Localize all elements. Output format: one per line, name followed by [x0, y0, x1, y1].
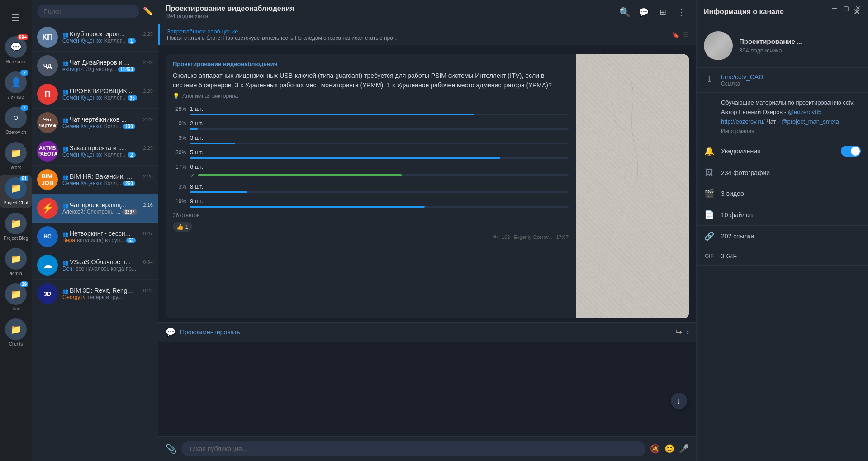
- poll-question: Сколько аппаратных лицензионных USB-ключ…: [173, 71, 569, 90]
- avatar: КП: [37, 27, 58, 48]
- unread-badge: 260: [123, 181, 135, 186]
- sidebar-item-work[interactable]: 📁 Work: [0, 139, 32, 173]
- notifications-toggle[interactable]: [841, 146, 861, 157]
- message-input[interactable]: [181, 441, 645, 456]
- layout-icon[interactable]: ⊞: [655, 5, 670, 19]
- media-row-photos[interactable]: 🖼 234 фотографии: [697, 162, 868, 183]
- media-row-files[interactable]: 📄 10 файлов: [697, 204, 868, 226]
- chat-sender: Семён Куценко:: [62, 38, 103, 44]
- chat-time: 0:22: [143, 288, 153, 293]
- pinned-message[interactable]: Закреплённое сообщение Новая статья в бл…: [158, 24, 696, 45]
- chat-item-zakaz[interactable]: АКТИВРАБОТА 👥Заказ проекта и с... 2:29 С…: [32, 137, 158, 166]
- chat-sender: Вера: [62, 237, 75, 243]
- sidebar-personal-label: Личные: [8, 95, 24, 100]
- chat-item-chproj[interactable]: ⚡ 👥Чат проектировщ... 2:16 Алексей: Спек…: [32, 194, 158, 223]
- chat-item-chert[interactable]: Чатчертёж 👥Чат чертёжников ... 2:29 Семё…: [32, 109, 158, 137]
- link-eozerov-ru[interactable]: http://eozerov.ru/: [721, 118, 765, 125]
- sidebar-item-project-chat[interactable]: 📁 61 Project Chat: [0, 175, 32, 208]
- chat-time: 0:47: [143, 231, 153, 236]
- chat-messages: Проектирование видеонаблюдения Сколько а…: [158, 45, 696, 436]
- chat-item-bim3d[interactable]: 3D 👥BIM 3D: Revit, Reng... 0:22 Georgy.I…: [32, 280, 158, 308]
- pinned-text: Новая статья в блоге! Про светочувствите…: [167, 35, 667, 41]
- sidebar-menu-button[interactable]: ☰: [0, 5, 32, 32]
- sidebar-item-personal[interactable]: 👤 2 Личные: [0, 69, 32, 102]
- emoji-icon[interactable]: 😊: [664, 444, 674, 454]
- chat-item-vsaas[interactable]: ☁ 👥VSaaS Облачное в... 0:34 Den: все нач…: [32, 251, 158, 280]
- scroll-down-button[interactable]: ↓: [671, 393, 687, 409]
- pin-bookmark-icon[interactable]: 🔖: [672, 31, 679, 38]
- avatar: ☁: [37, 255, 58, 276]
- links-icon: 🔗: [704, 231, 715, 241]
- chat-sender: Georgy.Iv: [62, 294, 85, 300]
- minimize-icon[interactable]: ─: [832, 5, 837, 12]
- media-row-gif[interactable]: GIF 3 GIF: [697, 247, 868, 266]
- sidebar-project-blog-label: Project Blog: [4, 236, 28, 241]
- media-row-links[interactable]: 🔗 202 ссылки: [697, 226, 868, 247]
- sidebar-clients-label: Clients: [9, 342, 23, 347]
- media-row-videos[interactable]: 🎬 3 видео: [697, 183, 868, 204]
- message-time: 17:57: [556, 234, 569, 240]
- search-chat-icon[interactable]: 🔍: [617, 5, 632, 19]
- poll-image-svg: [576, 54, 689, 318]
- chat-sender: Семён Куценко:: [62, 123, 103, 129]
- sidebar-item-ozerov[interactable]: O 2 Ozerov ch: [0, 104, 32, 138]
- sidebar-item-all-chats[interactable]: 💬 99+ Все чаты: [0, 33, 32, 67]
- chat-preview: Здравству...: [86, 66, 116, 72]
- poll-channel-name: Проектирование видеонаблюдения: [173, 61, 569, 67]
- more-options-icon[interactable]: ⋮: [674, 5, 689, 19]
- sidebar-item-clients[interactable]: 📁 Clients: [0, 316, 32, 349]
- pin-list-icon[interactable]: ☰: [683, 31, 689, 38]
- comment-arrow-icon[interactable]: ›: [687, 328, 689, 336]
- poll-option: 0% 2 шт.: [173, 120, 569, 130]
- close-window-icon[interactable]: ✕: [855, 5, 861, 12]
- unread-badge: 3297: [122, 209, 137, 215]
- reaction-button[interactable]: 👍 1: [173, 222, 192, 232]
- chat-preview: Спектроны ...: [87, 209, 121, 215]
- poll-answer-count: 36 ответов: [173, 212, 569, 219]
- comment-label[interactable]: Прокомментировать: [180, 328, 671, 336]
- chat-item-network[interactable]: НС 👥Нетворкинг - сесси... 0:47 Вера всту…: [32, 223, 158, 251]
- sidebar-item-admin[interactable]: 📁 admin: [0, 245, 32, 279]
- mention-project-man[interactable]: @project_man_smeta: [781, 118, 839, 125]
- comments-icon[interactable]: 💬: [636, 5, 651, 19]
- videos-label: 3 видео: [721, 190, 861, 197]
- chat-sender: extrvgnz:: [62, 66, 85, 72]
- chat-sender: Семён Куценко:: [62, 95, 103, 101]
- maximize-icon[interactable]: ▢: [843, 5, 849, 12]
- chat-time: 2:29: [143, 117, 153, 122]
- avatar: ЧД: [37, 55, 58, 76]
- mention-eozerov[interactable]: @eozerov85: [788, 109, 821, 115]
- chat-time: 2:28: [143, 174, 153, 179]
- chat-item-design[interactable]: ЧД 👥Чат Дизайнеров и ... 2:49 extrvgnz: …: [32, 52, 158, 80]
- chat-name: 👥Клуб проектиров...: [62, 30, 125, 38]
- channel-link[interactable]: t.me/cctv_CAD: [721, 73, 861, 81]
- sidebar-admin-label: admin: [9, 271, 22, 276]
- sidebar-item-text[interactable]: 📁 29 Text: [0, 280, 32, 314]
- compose-icon[interactable]: ✏️: [143, 6, 153, 16]
- attach-icon[interactable]: 📎: [166, 443, 177, 454]
- chat-item-proekt[interactable]: П 👥ПРОЕКТИРОВЩИК... 2:29 Семён Куценко: …: [32, 80, 158, 109]
- chat-item-klub[interactable]: КП 👥Клуб проектиров... 2:29 Семён Куценк…: [32, 23, 158, 52]
- chat-name: 👥Чат проектировщ...: [62, 201, 126, 209]
- unread-badge: 2: [128, 152, 136, 158]
- poll-option: 30% 5 шт.: [173, 149, 569, 159]
- sidebar-item-project-blog[interactable]: 📁 Project Blog: [0, 210, 32, 243]
- share-button[interactable]: ↪: [675, 327, 682, 337]
- voice-icon[interactable]: 🎤: [679, 444, 689, 454]
- unread-badge: 11463: [118, 67, 135, 72]
- photos-icon: 🖼: [704, 168, 715, 177]
- mute-icon[interactable]: 🔕: [650, 444, 660, 454]
- avatar: АКТИВРАБОТА: [37, 141, 58, 162]
- chat-time: 2:29: [143, 31, 153, 37]
- files-icon: 📄: [704, 210, 715, 220]
- right-panel-title: Информация о канале: [704, 8, 784, 16]
- avatar: П: [37, 84, 58, 105]
- chat-time: 2:29: [143, 88, 153, 94]
- comment-bar[interactable]: 💬 Прокомментировать ↪ ›: [158, 322, 696, 342]
- chat-name: 👥BIM HR: Вакансии, ...: [62, 173, 132, 180]
- search-input[interactable]: [37, 5, 139, 18]
- chat-item-bimjob[interactable]: BIMJOB 👥BIM HR: Вакансии, ... 2:28 Семён…: [32, 166, 158, 194]
- search-bar: ✏️: [32, 0, 158, 23]
- chat-time: 2:29: [143, 145, 153, 151]
- files-label: 10 файлов: [721, 211, 861, 219]
